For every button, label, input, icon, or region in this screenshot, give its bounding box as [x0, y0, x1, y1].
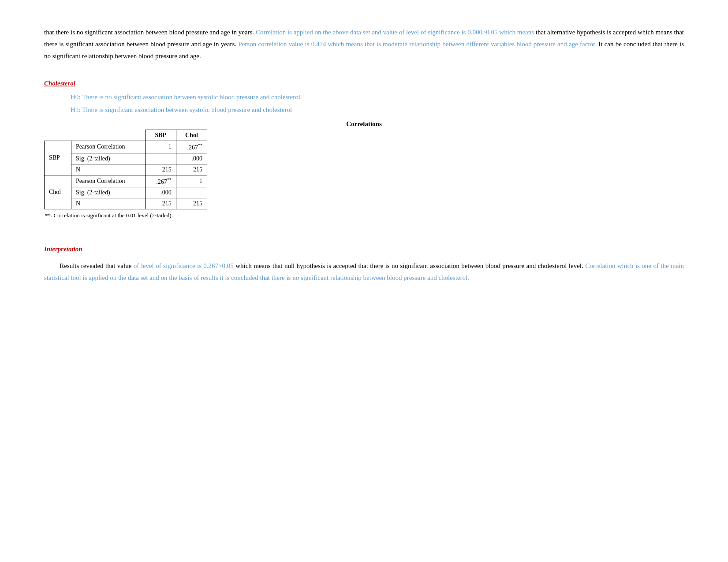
intro-blue-2: Person correlation value is 0.474 which … [236, 41, 597, 48]
label-sig-1: Sig. (2-tailed) [71, 153, 145, 164]
interpretation-heading: Interpretation [44, 246, 82, 253]
interpretation-section: Interpretation Results revealed that val… [44, 246, 684, 284]
cell-sbp-n-chol: 215 [176, 164, 207, 175]
cell-sbp-sig-chol: .000 [176, 153, 207, 164]
cholesterol-section: Cholesterol H0: There is no significant … [44, 80, 684, 219]
cell-sbp-sig-sbp [145, 153, 176, 164]
intro-blue-1: Correlation is applied on the above data… [254, 29, 534, 36]
cell-chol-sig-chol [176, 187, 207, 198]
cell-chol-pearson-sbp: .267** [145, 175, 176, 187]
table-row: Chol Pearson Correlation .267** 1 [45, 175, 207, 187]
group-sbp: SBP [45, 141, 71, 175]
cell-sbp-pearson-chol: .267** [176, 141, 207, 153]
table-footnote: **. Correlation is significant at the 0.… [45, 212, 684, 219]
cell-chol-pearson-chol: 1 [176, 175, 207, 187]
table-row: SBP Pearson Correlation 1 .267** [45, 141, 207, 153]
h1-text: H1: There is significant association bet… [71, 104, 684, 116]
cell-chol-sig-sbp: .000 [145, 187, 176, 198]
cell-chol-n-sbp: 215 [145, 198, 176, 209]
cell-sbp-n-sbp: 215 [145, 164, 176, 175]
intro-black-1: that there is no significant association… [44, 29, 254, 36]
header-empty-2 [71, 130, 145, 141]
header-chol: Chol [176, 130, 207, 141]
label-pearson-2: Pearson Correlation [71, 175, 145, 187]
interp-black-1: Results revealed that value [60, 262, 131, 269]
cholesterol-heading: Cholesterol [44, 80, 75, 87]
interpretation-paragraph: Results revealed that value of level of … [44, 260, 684, 284]
correlations-section: Correlations SBP Chol SBP Pearson Correl… [44, 120, 684, 219]
header-empty-1 [45, 130, 71, 141]
interp-black-2: which means that null hypothesis is acce… [234, 262, 583, 269]
table-title: Correlations [44, 120, 684, 128]
interp-blue-1: of level of significance is 0.267>0.05 [131, 262, 233, 269]
h0-text: H0: There is no significant association … [71, 91, 684, 104]
header-sbp: SBP [145, 130, 176, 141]
correlations-table: SBP Chol SBP Pearson Correlation 1 .267*… [44, 130, 207, 209]
intro-paragraph: that there is no significant association… [44, 26, 684, 62]
label-n-2: N [71, 198, 145, 209]
cell-sbp-pearson-sbp: 1 [145, 141, 176, 153]
table-wrap: SBP Chol SBP Pearson Correlation 1 .267*… [44, 130, 684, 209]
group-chol: Chol [45, 175, 71, 209]
label-n-1: N [71, 164, 145, 175]
label-pearson-1: Pearson Correlation [71, 141, 145, 153]
hypothesis-block: H0: There is no significant association … [71, 91, 684, 116]
cell-chol-n-chol: 215 [176, 198, 207, 209]
label-sig-2: Sig. (2-tailed) [71, 187, 145, 198]
